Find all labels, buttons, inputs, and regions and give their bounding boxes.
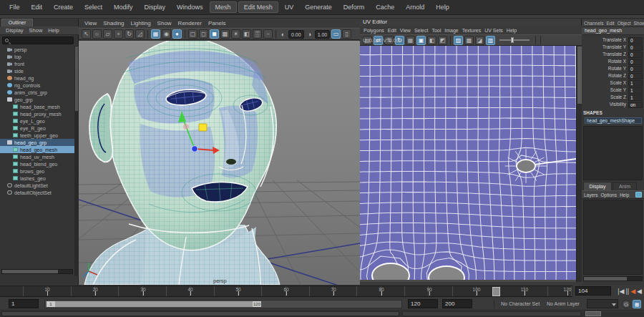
outliner-item-selected[interactable]: head_geo_mesh <box>0 146 74 153</box>
layer-horizontal-scrollbar[interactable] <box>583 276 643 281</box>
manipulator-center[interactable] <box>192 146 197 152</box>
layer-tab-anim[interactable]: Anim <box>613 182 637 190</box>
layer-list[interactable] <box>583 200 643 275</box>
outliner-menu-show[interactable]: Show <box>29 27 43 34</box>
channel-row[interactable]: Rotate Y0 <box>582 66 644 72</box>
pixel-snap-icon[interactable]: ▣ <box>416 36 426 45</box>
outliner-item[interactable]: rig_controls <box>0 82 74 89</box>
uv-menu-help[interactable]: Help <box>507 28 517 33</box>
outliner-item[interactable]: defaultObjectSet <box>0 189 74 196</box>
isolate-uvs-icon[interactable]: ▥ <box>486 36 495 45</box>
range-slider-bar[interactable]: 1 120 <box>47 301 261 307</box>
outliner-item[interactable]: brows_geo <box>0 167 74 175</box>
manipulator-plane-handle[interactable] <box>199 124 207 131</box>
outliner-tab[interactable]: Outliner <box>1 19 33 26</box>
channel-row[interactable]: Scale Y1 <box>582 87 644 94</box>
outliner-item[interactable]: eye_L_geo <box>0 117 74 125</box>
viewport-canvas[interactable]: persp <box>79 41 360 285</box>
uv-menu-image[interactable]: Image <box>444 28 458 33</box>
cb-menu-channels[interactable]: Channels <box>584 21 603 26</box>
channel-row[interactable]: Translate X0 <box>582 37 644 44</box>
snap-point-icon[interactable]: ● <box>172 29 182 39</box>
shaded-mode-icon[interactable]: ◼ <box>210 29 219 39</box>
scale-tool-icon[interactable]: ◿ <box>135 29 145 39</box>
outliner-search-input[interactable] <box>2 36 74 44</box>
range-slider-trough[interactable]: 1 120 <box>44 300 402 308</box>
outliner-item-top[interactable]: top <box>0 53 74 60</box>
layer-menu-options[interactable]: Options <box>601 192 617 197</box>
animation-preferences-button[interactable]: ▦ <box>633 300 641 308</box>
grid-toggle-icon[interactable]: ▦ <box>406 36 415 45</box>
cb-menu-edit[interactable]: Edit <box>606 21 614 26</box>
range-start-handle[interactable]: 1 <box>47 301 55 307</box>
channel-row[interactable]: Rotate X0 <box>582 59 644 65</box>
outliner-item-side[interactable]: side <box>0 67 74 74</box>
range-end-handle[interactable]: 120 <box>253 301 261 307</box>
character-set-dropdown[interactable] <box>587 299 618 308</box>
shade-uvs-icon[interactable]: ◧ <box>427 36 436 45</box>
menu-file[interactable]: File <box>4 2 25 12</box>
checker-map-icon[interactable]: ▩ <box>464 36 474 45</box>
channel-row[interactable]: Translate Z0 <box>582 52 644 58</box>
cb-menu-show[interactable]: Show <box>633 21 644 26</box>
outliner-item-parent-selected[interactable]: head_geo_grp <box>0 139 74 146</box>
outliner-item-persp[interactable]: persp <box>0 46 74 53</box>
gamma-icon[interactable]: ◑ <box>306 31 313 38</box>
uv-menu-polygons[interactable]: Polygons <box>364 28 384 33</box>
character-set-label[interactable]: No Character Set <box>501 301 540 306</box>
playback-start-field[interactable]: 1 <box>9 299 39 308</box>
outliner-item[interactable]: head_uv_mesh <box>0 153 74 160</box>
motion-blur-icon[interactable]: ~ <box>263 29 273 39</box>
outliner-item[interactable]: defaultLightSet <box>0 182 74 189</box>
outliner-menu-display[interactable]: Display <box>6 27 24 34</box>
uv-menu-view[interactable]: View <box>400 28 411 33</box>
channel-row[interactable]: Scale X1 <box>582 80 644 87</box>
animation-end-field[interactable]: 200 <box>442 299 472 308</box>
outliner-item[interactable]: head_base_mesh <box>0 103 74 110</box>
play-backward-icon[interactable]: ◀ <box>630 286 635 296</box>
channel-row[interactable]: Rotate Z0 <box>582 73 644 79</box>
anim-layer-label[interactable]: No Anim Layer <box>547 301 580 306</box>
channel-box-object-name[interactable]: head_geo_mesh <box>582 27 644 35</box>
uv-menu-tool[interactable]: Tool <box>431 28 441 33</box>
menu-cache[interactable]: Cache <box>371 2 399 12</box>
menu-select[interactable]: Select <box>79 2 107 12</box>
outliner-item[interactable]: eye_R_geo <box>0 125 74 132</box>
menu-deform[interactable]: Deform <box>338 2 370 12</box>
image-dim-slider[interactable] <box>499 39 530 41</box>
viewport-menu-lighting[interactable]: Lighting <box>131 20 151 26</box>
playback-end-field[interactable]: 120 <box>408 299 438 308</box>
step-back-icon[interactable]: || <box>625 286 629 296</box>
viewport-menu-renderer[interactable]: Renderer <box>178 20 202 26</box>
menu-modify[interactable]: Modify <box>109 2 138 12</box>
paint-select-tool-icon[interactable]: ▱ <box>103 29 112 39</box>
select-tool-icon[interactable]: ↖ <box>82 29 91 39</box>
current-frame-field[interactable]: 104 <box>575 286 611 296</box>
texture-borders-icon[interactable]: ◩ <box>438 36 447 45</box>
menu-uv[interactable]: UV <box>280 2 299 12</box>
uv-menu-textures[interactable]: Textures <box>462 28 481 33</box>
menu-generate[interactable]: Generate <box>300 2 337 12</box>
channel-row[interactable]: Visibilityon <box>582 102 644 108</box>
viewport-menu-shading[interactable]: Shading <box>103 20 124 26</box>
outliner-item[interactable]: head_blend_geo <box>0 160 74 167</box>
rotate-tool-icon[interactable]: ↻ <box>125 29 134 39</box>
viewport-menu-view[interactable]: View <box>84 20 97 26</box>
command-line-input[interactable] <box>1 311 399 316</box>
lasso-tool-icon[interactable]: ○ <box>92 29 102 39</box>
outliner-item-front[interactable]: front <box>0 60 74 67</box>
auto-keyframe-button[interactable] <box>478 300 487 308</box>
channel-row[interactable]: Translate Y0 <box>582 44 644 51</box>
move-tool-icon[interactable]: + <box>114 29 123 39</box>
playback-speed-button[interactable]: G <box>622 300 630 308</box>
channel-row[interactable]: Scale Z1 <box>582 94 644 101</box>
go-to-start-icon[interactable]: |◀ <box>618 286 624 296</box>
gamma-field[interactable]: 1.00 <box>315 30 331 39</box>
outliner-item[interactable]: anim_ctrls_grp <box>0 89 74 96</box>
screen-space-ao-icon[interactable]: ▒ <box>253 29 262 39</box>
exposure-field[interactable]: 0.00 <box>288 30 304 39</box>
outliner-horizontal-scrollbar[interactable] <box>1 269 73 274</box>
shape-node-name[interactable]: head_geo_meshShape <box>585 117 642 124</box>
outliner-item[interactable]: head_rig <box>0 74 74 82</box>
dim-image-icon[interactable]: ◪ <box>475 36 484 45</box>
